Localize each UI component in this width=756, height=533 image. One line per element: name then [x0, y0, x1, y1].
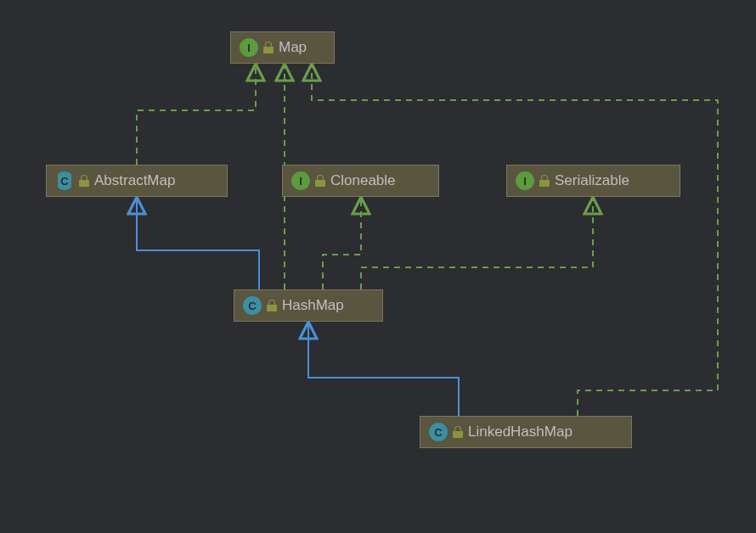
lock-icon: [539, 175, 550, 187]
interface-icon: I: [240, 38, 258, 57]
abstract-class-icon: C: [55, 171, 74, 190]
node-serializable[interactable]: I Serializable: [506, 165, 680, 197]
lock-icon: [453, 426, 463, 438]
lock-icon: [267, 300, 277, 311]
interface-icon: I: [291, 171, 310, 190]
class-icon: C: [243, 296, 262, 315]
node-label: Cloneable: [330, 172, 396, 189]
diagram-edges: [0, 0, 756, 533]
node-label: Serializable: [555, 172, 629, 189]
interface-icon: I: [516, 171, 534, 190]
node-abstractmap[interactable]: C AbstractMap: [46, 165, 228, 197]
class-icon: C: [429, 423, 448, 441]
lock-icon: [79, 175, 89, 187]
lock-icon: [263, 42, 274, 53]
lock-icon: [315, 175, 325, 187]
node-linkedhashmap[interactable]: C LinkedHashMap: [420, 416, 632, 448]
node-hashmap[interactable]: C HashMap: [234, 289, 383, 322]
node-label: Map: [279, 39, 307, 56]
node-map[interactable]: I Map: [230, 31, 335, 64]
node-label: AbstractMap: [94, 172, 175, 189]
node-cloneable[interactable]: I Cloneable: [282, 165, 439, 197]
node-label: HashMap: [282, 297, 344, 314]
node-label: LinkedHashMap: [468, 424, 573, 440]
